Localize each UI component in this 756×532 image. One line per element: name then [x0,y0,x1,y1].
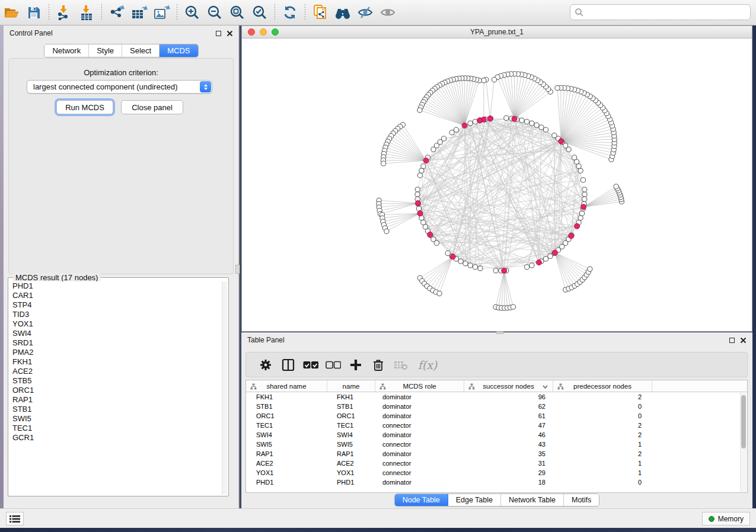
tab-select[interactable]: Select [122,44,160,57]
table-cell[interactable]: PHD1 [327,477,375,487]
table-cell[interactable]: STB1 [246,402,327,411]
table-scrollbar-thumb[interactable] [741,395,746,448]
hide-selected-button[interactable] [354,2,377,23]
table-cell[interactable]: 0 [553,477,652,487]
table-cell[interactable]: 1 [553,459,652,468]
deselect-all-rows-button[interactable] [322,354,344,376]
import-network-button[interactable] [53,2,75,23]
network-node[interactable] [582,187,587,192]
create-column-button[interactable] [344,354,367,376]
table-row[interactable]: STB1STB1dominator620 [246,402,747,411]
network-node[interactable] [468,121,473,126]
table-cell[interactable]: 96 [464,392,553,402]
close-panel-icon[interactable] [227,30,233,37]
mcds-result-item[interactable]: STB1 [9,405,221,414]
network-node[interactable] [524,265,529,270]
mcds-result-item[interactable]: STP4 [9,300,221,310]
table-row[interactable]: FKH1FKH1dominator962 [246,392,747,402]
table-cell[interactable]: YOX1 [327,468,375,477]
network-node[interactable] [416,206,421,211]
network-window-titlebar[interactable]: YPA_prune.txt_1 [242,26,752,39]
table-row[interactable]: TEC1TEC1connector472 [246,421,747,430]
table-cell[interactable]: TEC1 [246,421,327,430]
network-node[interactable] [458,259,463,264]
mcds-result-item[interactable]: TID3 [9,310,221,319]
table-cell[interactable]: SWI5 [327,440,375,449]
table-cell[interactable]: SWI4 [246,430,327,440]
table-cell[interactable]: 43 [464,440,553,449]
column-header-mcds-role[interactable]: MCDS role [375,380,464,392]
tab-node-table[interactable]: Node Table [395,494,448,506]
mcds-result-item[interactable]: STB5 [9,376,221,386]
network-node[interactable] [468,263,473,268]
table-cell[interactable]: 29 [464,468,553,477]
table-cell[interactable]: STB1 [327,402,375,411]
clone-network-button[interactable] [309,2,331,23]
mcds-result-item[interactable]: CAR1 [9,291,221,300]
table-cell[interactable]: FKH1 [246,392,327,402]
network-node[interactable] [492,77,496,82]
mcds-dominator-node[interactable] [450,254,455,259]
zoom-in-button[interactable] [181,2,203,23]
table-cell[interactable]: dominator [375,477,464,487]
table-cell[interactable]: ORC1 [246,411,327,421]
memory-button[interactable]: Memory [702,512,750,525]
table-cell[interactable]: connector [375,440,464,449]
tab-edge-table[interactable]: Edge Table [448,494,501,506]
mcds-dominator-node[interactable] [423,158,429,163]
table-row[interactable]: PHD1PHD1dominator180 [246,477,747,487]
mcds-result-item[interactable]: YOX1 [9,319,221,329]
export-image-button[interactable] [151,2,173,23]
close-panel-button[interactable]: Close panel [121,100,183,114]
network-node[interactable] [511,305,515,309]
table-cell[interactable]: SWI5 [246,440,327,449]
column-header-predecessor-nodes[interactable]: predecessor nodes [553,380,652,392]
table-cell[interactable]: dominator [375,411,464,421]
table-cell[interactable]: 0 [553,402,652,411]
network-node[interactable] [529,121,534,126]
network-node[interactable] [555,85,560,90]
mcds-dominator-node[interactable] [575,223,580,229]
table-cell[interactable]: RAP1 [246,449,327,459]
show-column-panel-button[interactable] [277,354,299,376]
table-settings-button[interactable] [254,354,277,376]
network-node[interactable] [588,267,592,271]
delete-table-button[interactable] [390,354,412,376]
panel-divider[interactable] [240,25,240,508]
table-cell[interactable]: 35 [464,449,553,459]
import-table-button[interactable] [75,2,98,23]
table-cell[interactable]: RAP1 [327,449,375,459]
network-node[interactable] [529,263,534,268]
network-node[interactable] [493,268,498,273]
network-node[interactable] [417,108,422,113]
open-file-button[interactable] [0,2,23,23]
network-node[interactable] [504,116,509,120]
table-cell[interactable]: dominator [375,449,464,459]
table-scrollbar[interactable] [740,393,747,492]
mcds-dominator-node[interactable] [477,118,482,123]
zoom-selected-button[interactable] [248,2,271,23]
table-cell[interactable]: 61 [464,411,553,421]
network-graph[interactable] [242,39,752,331]
network-node[interactable] [384,229,389,233]
table-cell[interactable]: 62 [464,402,553,411]
network-node[interactable] [415,187,420,192]
table-cell[interactable]: 31 [464,459,553,468]
table-cell[interactable]: ACE2 [327,459,375,468]
table-cell[interactable]: 2 [553,449,652,459]
mcds-result-item[interactable]: ACE2 [9,367,221,376]
table-row[interactable]: ORC1ORC1dominator610 [246,411,747,421]
mcds-result-item[interactable]: TEC1 [9,424,221,433]
network-node[interactable] [437,291,442,296]
table-cell[interactable]: 2 [553,392,652,402]
network-node[interactable] [552,133,557,138]
table-cell[interactable]: 46 [464,430,553,440]
tab-network[interactable]: Network [44,44,89,57]
network-node[interactable] [519,118,524,123]
mcds-result-item[interactable]: PMA2 [9,348,221,357]
network-node[interactable] [578,168,583,173]
delete-column-button[interactable] [367,354,390,376]
show-all-button[interactable] [377,2,399,23]
float-panel-icon[interactable] [729,338,735,343]
network-node[interactable] [417,173,422,178]
